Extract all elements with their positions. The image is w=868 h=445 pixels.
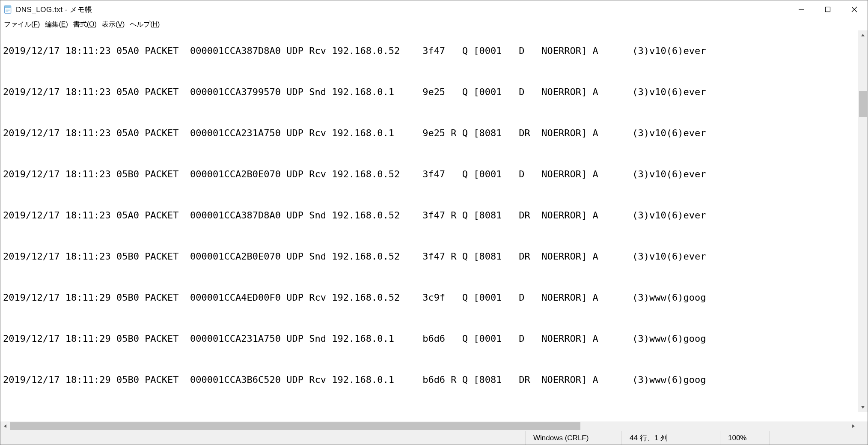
status-cursor-position: 44 行、1 列 [621,431,720,445]
minimize-button[interactable] [788,0,814,18]
menubar: ファイル(F) 編集(E) 書式(O) 表示(V) ヘルプ(H) [0,18,868,30]
status-empty-right [769,431,868,445]
statusbar: Windows (CRLF) 44 行、1 列 100% [0,431,868,445]
menu-edit[interactable]: 編集(E) [42,19,70,30]
maximize-button[interactable] [814,0,841,18]
menu-file-pre: ファイル( [4,21,33,28]
menu-edit-post: ) [65,21,68,28]
horizontal-scroll-thumb[interactable] [10,422,580,430]
window-title: DNS_LOG.txt - メモ帳 [16,5,92,15]
menu-format-pre: 書式( [73,21,89,28]
text-viewport: 2019/12/17 18:11:23 05A0 PACKET 000001CC… [0,30,868,421]
client-area: 2019/12/17 18:11:23 05A0 PACKET 000001CC… [0,30,868,431]
menu-view-hotkey: V [118,21,122,28]
status-empty-left [0,431,525,445]
window-controls [788,0,868,18]
menu-file-post: ) [38,21,40,28]
scroll-down-arrow-icon[interactable] [858,403,868,412]
menu-file-hotkey: F [33,21,38,28]
menu-format[interactable]: 書式(O) [71,19,99,30]
menu-view-pre: 表示( [102,21,118,28]
horizontal-scroll-track[interactable] [10,421,849,431]
scroll-right-arrow-icon[interactable] [849,421,858,431]
svg-rect-1 [4,6,11,8]
svg-rect-6 [826,7,830,12]
notepad-window: DNS_LOG.txt - メモ帳 ファイル(F) 編集(E) 書式(O [0,0,868,445]
status-line-ending: Windows (CRLF) [525,431,621,445]
scrollbar-corner [858,421,868,431]
menu-help-pre: ヘルプ( [130,21,152,28]
text-area[interactable]: 2019/12/17 18:11:23 05A0 PACKET 000001CC… [3,41,857,412]
menu-view[interactable]: 表示(V) [99,19,127,30]
menu-view-post: ) [122,21,125,28]
menu-help-hotkey: H [153,21,158,28]
status-zoom: 100% [720,431,769,445]
menu-format-post: ) [95,21,97,28]
close-button[interactable] [841,0,868,18]
scroll-left-arrow-icon[interactable] [0,421,10,431]
menu-edit-hotkey: E [61,21,66,28]
menu-file[interactable]: ファイル(F) [1,19,42,30]
vertical-scrollbar[interactable] [858,30,868,412]
vertical-scroll-thumb[interactable] [859,91,867,117]
menu-help[interactable]: ヘルプ(H) [127,19,162,30]
menu-format-hotkey: O [89,21,94,28]
notepad-icon [3,5,12,14]
horizontal-scrollbar[interactable] [0,421,868,431]
titlebar[interactable]: DNS_LOG.txt - メモ帳 [0,0,868,18]
vertical-scroll-track[interactable] [858,40,868,403]
menu-help-post: ) [158,21,160,28]
menu-edit-pre: 編集( [45,21,61,28]
scroll-up-arrow-icon[interactable] [858,30,868,40]
